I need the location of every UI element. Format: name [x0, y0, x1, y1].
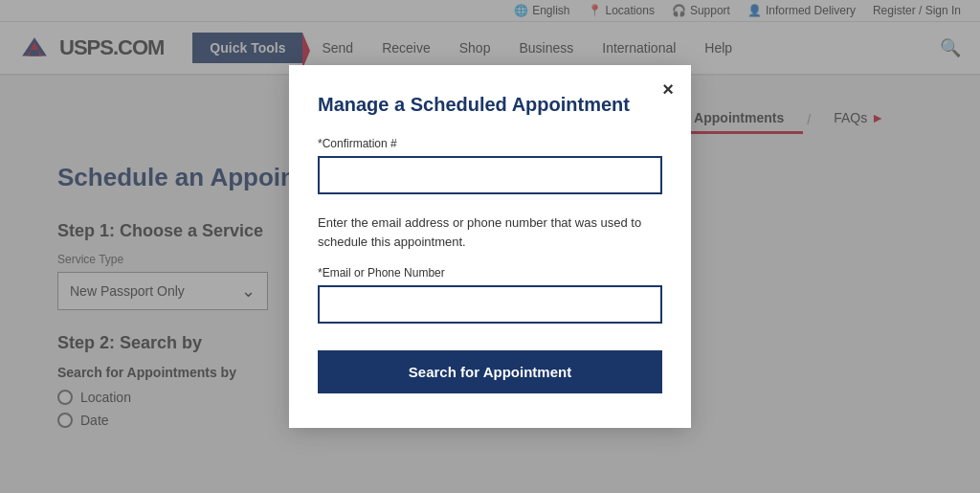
- modal-note-text: Enter the email address or phone number …: [318, 213, 662, 251]
- modal-overlay: × Manage a Scheduled Appointment *Confir…: [0, 0, 980, 493]
- modal-dialog: × Manage a Scheduled Appointment *Confir…: [289, 65, 691, 428]
- modal-title: Manage a Scheduled Appointment: [318, 94, 662, 116]
- confirmation-input[interactable]: [318, 156, 662, 194]
- modal-close-button[interactable]: ×: [662, 78, 674, 101]
- email-phone-input[interactable]: [318, 285, 662, 324]
- confirmation-required-star: *Confirmation #: [318, 137, 397, 150]
- email-phone-required-star: *Email or Phone Number: [318, 266, 445, 280]
- confirmation-field-label: *Confirmation #: [318, 137, 662, 150]
- email-phone-field-label: *Email or Phone Number: [318, 266, 662, 280]
- search-appointment-button[interactable]: Search for Appointment: [318, 350, 662, 393]
